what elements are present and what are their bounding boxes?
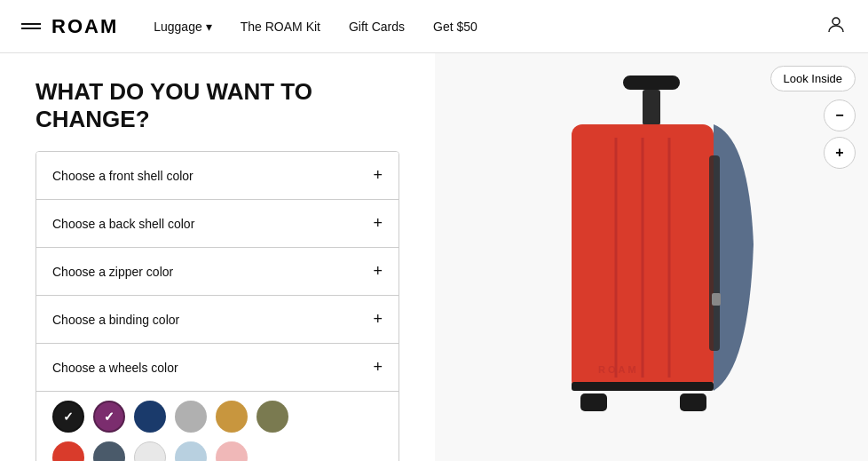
- svg-rect-1: [623, 76, 680, 90]
- expand-icon: +: [373, 358, 383, 377]
- navigation: ROAM Luggage ▾ The ROAM Kit Gift Cards G…: [0, 0, 868, 53]
- swatch-section: ✓: [36, 401, 398, 461]
- accordion-item-front-shell[interactable]: Choose a front shell color +: [36, 152, 398, 200]
- nav-link-get-50[interactable]: Get $50: [433, 20, 477, 34]
- nav-links: Luggage ▾ The ROAM Kit Gift Cards Get $5…: [154, 20, 477, 34]
- account-button[interactable]: [825, 14, 847, 39]
- main-content: WHAT DO YOU WANT TO CHANGE? Choose a fro…: [0, 53, 868, 461]
- svg-rect-7: [709, 155, 720, 351]
- swatch-light-blue[interactable]: [175, 441, 207, 461]
- expand-icon: +: [373, 310, 383, 329]
- swatch-tan[interactable]: [216, 401, 248, 433]
- svg-point-0: [832, 18, 840, 25]
- swatch-navy[interactable]: [134, 401, 166, 433]
- swatch-olive[interactable]: [256, 401, 288, 433]
- person-icon: [825, 14, 847, 36]
- zoom-out-button[interactable]: −: [824, 99, 856, 131]
- svg-text:ROAM: ROAM: [598, 364, 639, 375]
- accordion-item-zipper[interactable]: Choose a zipper color +: [36, 248, 398, 296]
- accordion-item-back-shell[interactable]: Choose a back shell color +: [36, 200, 398, 248]
- logo-lines-icon: [21, 23, 41, 29]
- right-panel: Look Inside − + ROAM: [435, 53, 868, 461]
- page-title: WHAT DO YOU WANT TO CHANGE?: [36, 78, 399, 133]
- left-panel: WHAT DO YOU WANT TO CHANGE? Choose a fro…: [0, 53, 435, 461]
- svg-rect-2: [643, 90, 660, 125]
- swatch-slate[interactable]: [93, 441, 125, 461]
- swatch-silver[interactable]: [175, 401, 207, 433]
- expand-icon: +: [373, 166, 383, 185]
- swatch-purple[interactable]: ✓: [93, 401, 125, 433]
- nav-link-gift-cards[interactable]: Gift Cards: [349, 20, 405, 34]
- swatch-white[interactable]: [134, 441, 166, 461]
- zoom-controls: − +: [824, 99, 856, 169]
- logo[interactable]: ROAM: [21, 15, 118, 38]
- zoom-in-button[interactable]: +: [824, 137, 856, 169]
- svg-rect-10: [680, 393, 706, 411]
- swatch-row-2: [52, 441, 383, 461]
- swatch-red[interactable]: [52, 441, 84, 461]
- look-inside-button[interactable]: Look Inside: [770, 66, 856, 91]
- logo-text: ROAM: [51, 15, 118, 38]
- luggage-image: ROAM: [518, 67, 785, 449]
- accordion-item-wheels[interactable]: Choose a wheels color +: [36, 344, 398, 392]
- accordion: Choose a front shell color + Choose a ba…: [36, 151, 399, 461]
- nav-link-roam-kit[interactable]: The ROAM Kit: [241, 20, 320, 34]
- accordion-item-binding[interactable]: Choose a binding color +: [36, 296, 398, 344]
- nav-link-luggage[interactable]: Luggage ▾: [154, 20, 212, 34]
- svg-rect-12: [712, 293, 721, 306]
- svg-rect-8: [572, 382, 714, 391]
- expand-icon: +: [373, 214, 383, 233]
- swatch-pink[interactable]: [216, 441, 248, 461]
- swatch-row-1: ✓: [52, 401, 383, 433]
- svg-rect-9: [580, 393, 607, 411]
- swatch-black[interactable]: [52, 401, 84, 433]
- expand-icon: +: [373, 262, 383, 281]
- chevron-down-icon: ▾: [206, 20, 212, 34]
